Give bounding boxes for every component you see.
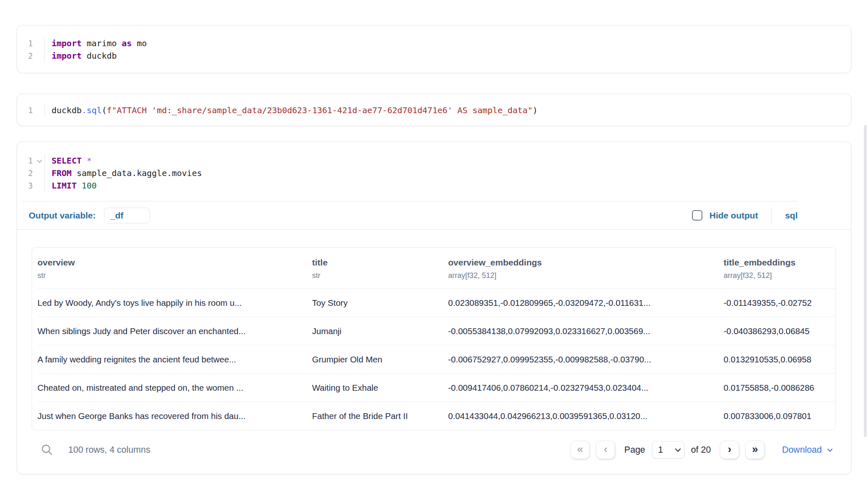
page-label: Page: [624, 445, 645, 455]
sql-cell-toolbar: Output variable: Hide output sql: [17, 201, 851, 230]
row-count-summary: 100 rows, 4 columns: [68, 445, 150, 455]
column-name: overview_embeddings: [448, 258, 715, 268]
page-number-select[interactable]: 1: [652, 441, 684, 459]
code-token: [82, 156, 87, 166]
code-token: sql: [87, 105, 102, 115]
code-token: sample_data.kaggle.movies: [72, 168, 202, 178]
code-token: as: [122, 38, 132, 48]
code-token: FROM: [52, 168, 72, 178]
line-number: 1: [28, 37, 33, 50]
table-cell[interactable]: Jumanji: [312, 317, 448, 345]
code-editor[interactable]: 1import marimo as mo2import duckdb: [17, 25, 851, 74]
table-cell[interactable]: Grumpier Old Men: [312, 345, 448, 373]
column-header-overview[interactable]: overviewstr: [37, 248, 312, 288]
code-token: SELECT: [52, 156, 82, 166]
code-text: duckdb.sql(f"ATTACH 'md:_share/sample_da…: [45, 104, 538, 117]
chevron-down-icon: [37, 157, 42, 163]
chevron-down-icon: [827, 446, 833, 452]
line-gutter: 1: [17, 104, 45, 117]
download-button[interactable]: Download: [782, 445, 831, 455]
code-token: import: [52, 38, 82, 48]
code-token: mo: [132, 38, 147, 48]
line-number: 1: [28, 104, 33, 117]
code-token: 100: [82, 181, 97, 191]
hide-output-checkbox[interactable]: [692, 210, 702, 221]
sql-code-editor[interactable]: 1SELECT *2FROM sample_data.kaggle.movies…: [17, 142, 851, 201]
table-cell[interactable]: When siblings Judy and Peter discover an…: [37, 317, 312, 345]
previous-page-button[interactable]: ‹: [596, 441, 615, 459]
dataframe-table: overviewstrtitlestroverview_embeddingsar…: [32, 247, 836, 430]
line-gutter: 3: [17, 179, 45, 192]
table-cell[interactable]: 0.01755858,-0.0086286: [724, 373, 836, 402]
hide-output-label[interactable]: Hide output: [709, 211, 758, 221]
table-cell[interactable]: Waiting to Exhale: [312, 373, 448, 402]
double-chevron-left-icon: «: [577, 444, 583, 454]
code-token: marimo: [82, 38, 122, 48]
code-token: duckdb: [52, 105, 82, 115]
table-cell[interactable]: Toy Story: [312, 288, 448, 317]
line-gutter: 2: [17, 167, 45, 179]
code-text: import duckdb: [45, 50, 117, 62]
column-type: str: [312, 271, 440, 280]
line-number: 3: [28, 179, 33, 192]
column-header-title_embeddings[interactable]: title_embeddingsarray[f32, 512]: [724, 248, 836, 288]
code-token: [77, 181, 82, 191]
code-text: import marimo as mo: [45, 37, 147, 50]
code-line: 2import duckdb: [17, 50, 851, 62]
line-gutter: 1: [17, 37, 45, 50]
code-editor[interactable]: 1duckdb.sql(f"ATTACH 'md:_share/sample_d…: [17, 94, 851, 126]
code-line: 1duckdb.sql(f"ATTACH 'md:_share/sample_d…: [17, 104, 851, 117]
column-name: overview: [37, 258, 304, 268]
column-name: title_embeddings: [724, 258, 827, 268]
table-cell[interactable]: -0.006752927,0.099952355,-0.009982588,-0…: [448, 345, 724, 373]
table-footer: 100 rows, 4 columns « ‹ Page 1 of 20 ›: [32, 438, 836, 462]
cell-output-area: overviewstrtitlestroverview_embeddingsar…: [17, 230, 851, 462]
code-text: LIMIT 100: [45, 179, 97, 192]
fold-toggle[interactable]: [33, 159, 45, 163]
code-text: FROM sample_data.kaggle.movies: [45, 167, 202, 179]
table-cell[interactable]: Cheated on, mistreated and stepped on, t…: [37, 373, 312, 402]
last-page-button[interactable]: »: [745, 441, 764, 459]
table-cell[interactable]: A family wedding reignites the ancient f…: [37, 345, 312, 373]
page-scrollbar[interactable]: [864, 125, 867, 437]
table-cell[interactable]: -0.011439355,-0.02752: [724, 288, 836, 317]
column-header-title[interactable]: titlestr: [312, 248, 448, 288]
table-cell[interactable]: Just when George Banks has recovered fro…: [37, 402, 312, 430]
code-cell-imports: 1import marimo as mo2import duckdb: [17, 25, 851, 73]
language-badge: sql: [785, 211, 798, 221]
table-cell[interactable]: 0.023089351,-0.012809965,-0.03209472,-0.…: [448, 288, 724, 317]
code-line: 1import marimo as mo: [17, 37, 851, 50]
page-number-value: 1: [658, 445, 663, 455]
column-type: array[f32, 512]: [724, 271, 827, 280]
chevron-down-icon: [675, 446, 681, 452]
line-gutter: 1: [17, 154, 45, 167]
code-line: 3LIMIT 100: [17, 179, 851, 192]
table-cell[interactable]: Led by Woody, Andy's toys live happily i…: [37, 288, 312, 317]
chevron-left-icon: ‹: [604, 444, 608, 454]
column-name: title: [312, 258, 440, 268]
table-cell[interactable]: Father of the Bride Part II: [312, 402, 448, 430]
table-cell[interactable]: -0.0055384138,0.07992093,0.023316627,0.0…: [448, 317, 724, 345]
next-page-button[interactable]: ›: [720, 441, 739, 459]
code-token: LIMIT: [52, 181, 77, 191]
code-line: 2FROM sample_data.kaggle.movies: [17, 167, 851, 179]
output-variable-input[interactable]: [104, 208, 150, 223]
code-token: *: [87, 156, 92, 166]
table-cell[interactable]: 0.0132910535,0.06958: [724, 345, 836, 373]
table-cell[interactable]: -0.009417406,0.07860214,-0.023279453,0.0…: [448, 373, 724, 402]
output-variable-label: Output variable:: [29, 211, 96, 221]
table-cell[interactable]: 0.007833006,0.097801: [724, 402, 836, 430]
code-token: .: [82, 105, 87, 115]
sql-cell: 1SELECT *2FROM sample_data.kaggle.movies…: [17, 141, 851, 474]
column-type: array[f32, 512]: [448, 271, 715, 280]
table-cell[interactable]: -0.040386293,0.06845: [724, 317, 836, 345]
column-header-overview_embeddings[interactable]: overview_embeddingsarray[f32, 512]: [448, 248, 724, 288]
code-line: 1SELECT *: [17, 154, 851, 167]
line-number: 2: [28, 167, 33, 179]
double-chevron-right-icon: »: [752, 444, 758, 454]
code-token: (: [102, 105, 107, 115]
table-cell[interactable]: 0.041433044,0.042966213,0.0039591365,0.0…: [448, 402, 724, 430]
line-number: 1: [28, 154, 33, 167]
first-page-button[interactable]: «: [570, 441, 590, 459]
search-icon[interactable]: [41, 444, 53, 456]
